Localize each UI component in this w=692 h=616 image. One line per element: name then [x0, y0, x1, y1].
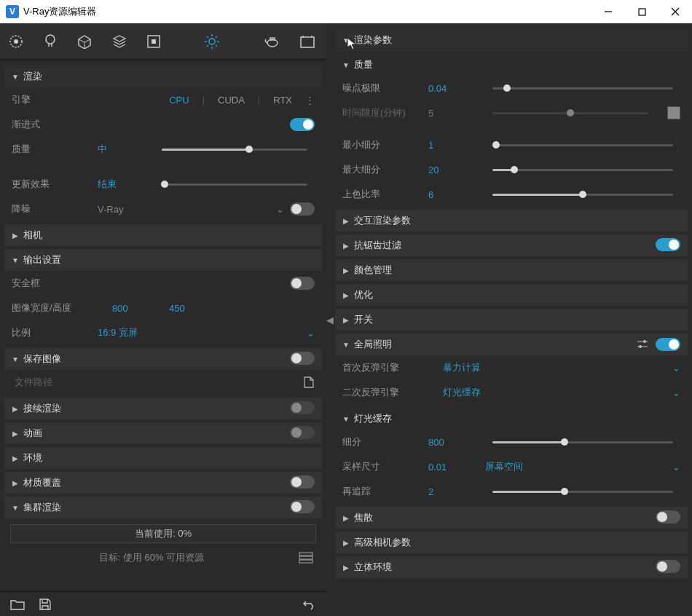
- svg-rect-32: [299, 560, 312, 563]
- window-close-button[interactable]: [658, 0, 692, 23]
- window-title: V-Ray资源编辑器: [23, 5, 591, 18]
- toggle-gi[interactable]: [656, 338, 680, 351]
- section-interactive[interactable]: ▶交互渲染参数: [335, 210, 688, 232]
- section-camera[interactable]: ▶相机: [4, 224, 322, 246]
- ratio-chevron-down-icon[interactable]: ⌄: [307, 328, 315, 339]
- section-light-cache[interactable]: ▼灯光缓存: [335, 408, 688, 430]
- section-color-mgmt[interactable]: ▶颜色管理: [335, 259, 688, 281]
- value-image-width[interactable]: 800: [112, 303, 163, 314]
- section-environment[interactable]: ▶环境: [4, 447, 322, 469]
- left-panel: ◢ ▼渲染 引擎 CPU | CUDA | RTX ⋮ 渐进式: [0, 23, 326, 616]
- section-caustics[interactable]: ▶焦散: [335, 507, 688, 529]
- toggle-caustics[interactable]: [656, 510, 680, 524]
- window-maximize-button[interactable]: [625, 0, 658, 23]
- engine-rtx[interactable]: RTX: [273, 95, 292, 106]
- texture-icon[interactable]: [147, 33, 160, 50]
- svg-rect-30: [299, 553, 312, 556]
- value-quality[interactable]: 中: [98, 143, 149, 156]
- toggle-animation[interactable]: [290, 426, 315, 439]
- second-bounce-chevron-down-icon[interactable]: ⌄: [672, 387, 680, 398]
- section-output-settings[interactable]: ▼输出设置: [4, 249, 322, 271]
- slider-min-subdivs[interactable]: [492, 144, 673, 146]
- settings-icon[interactable]: [204, 33, 220, 50]
- section-adv-camera[interactable]: ▶高级相机参数: [335, 532, 688, 553]
- usage-target-label: 目标: 使用 60% 可用资源: [10, 551, 293, 564]
- value-shading-rate[interactable]: 6: [428, 189, 479, 200]
- section-stereo[interactable]: ▶立体环境: [335, 556, 688, 578]
- panel-collapse-left-icon[interactable]: ◀: [326, 315, 334, 325]
- section-render-params[interactable]: ▼渲染参数: [335, 29, 688, 51]
- server-grid-icon[interactable]: [299, 552, 316, 564]
- slider-noise-limit[interactable]: [492, 87, 673, 90]
- toggle-safe-frame[interactable]: [290, 277, 315, 290]
- value-ratio[interactable]: 16:9 宽屏: [98, 326, 301, 339]
- engine-menu-icon[interactable]: ⋮: [305, 95, 315, 106]
- toggle-stereo[interactable]: [656, 560, 680, 573]
- section-quality[interactable]: ▼质量: [335, 54, 688, 76]
- value-lc-retrace[interactable]: 2: [428, 486, 479, 497]
- value-time-limit: 5: [428, 108, 479, 119]
- render-settings-icon[interactable]: [9, 33, 23, 50]
- slider-update-effect[interactable]: [162, 183, 307, 186]
- toggle-progressive[interactable]: [290, 118, 315, 131]
- value-lc-sample[interactable]: 0.01: [428, 462, 479, 473]
- undo-icon[interactable]: [303, 599, 316, 610]
- slider-shading-rate[interactable]: [492, 194, 673, 196]
- light-icon[interactable]: [44, 33, 57, 50]
- lc-sample-chevron-down-icon[interactable]: ⌄: [672, 462, 680, 473]
- geometry-icon[interactable]: [77, 33, 92, 50]
- vray-logo-icon: V: [6, 5, 19, 18]
- value-noise-limit[interactable]: 0.04: [428, 83, 479, 94]
- section-antialias[interactable]: ▶抗锯齿过滤: [335, 234, 688, 256]
- svg-point-5: [14, 39, 18, 44]
- gi-sliders-icon[interactable]: [637, 339, 648, 350]
- slider-max-subdivs[interactable]: [492, 169, 673, 171]
- close-icon: [671, 7, 680, 16]
- section-swarm[interactable]: ▼集群渲染: [4, 497, 322, 518]
- value-first-bounce[interactable]: 暴力计算: [443, 361, 667, 374]
- slider-lc-retrace[interactable]: [492, 491, 673, 493]
- toggle-antialias[interactable]: [656, 238, 680, 251]
- section-switches[interactable]: ▶开关: [335, 309, 688, 331]
- section-render[interactable]: ▼渲染: [4, 66, 322, 87]
- file-path-input[interactable]: 文件路径: [12, 376, 297, 389]
- section-animation[interactable]: ▶动画: [4, 422, 322, 444]
- save-floppy-icon[interactable]: [39, 599, 51, 610]
- value-update-effect[interactable]: 结束: [98, 178, 149, 191]
- value-max-subdivs[interactable]: 20: [428, 165, 479, 175]
- label-progressive: 渐进式: [12, 118, 92, 131]
- toggle-material-override[interactable]: [290, 475, 315, 489]
- section-optimize[interactable]: ▶优化: [335, 284, 688, 306]
- right-panel: ▼渲染参数 ▼质量 噪点极限 0.04 时间限度(分钟) 5 最小细分 1 最大…: [334, 23, 692, 616]
- toggle-save-image[interactable]: [290, 352, 315, 365]
- maximize-icon: [638, 8, 646, 16]
- teapot-icon[interactable]: [264, 33, 280, 50]
- slider-lc-subdivs[interactable]: [492, 441, 673, 443]
- frame-buffer-icon[interactable]: [300, 33, 315, 50]
- value-second-bounce[interactable]: 灯光缓存: [443, 386, 667, 399]
- svg-marker-13: [114, 36, 125, 42]
- value-lc-sample-mode[interactable]: 屏幕空间: [485, 460, 667, 473]
- file-browse-icon[interactable]: [303, 376, 315, 389]
- section-save-image[interactable]: ▼保存图像: [4, 348, 322, 370]
- slider-quality[interactable]: [162, 149, 307, 151]
- engine-cuda[interactable]: CUDA: [218, 95, 245, 106]
- window-minimize-button[interactable]: [591, 0, 625, 23]
- value-min-subdivs[interactable]: 1: [428, 140, 479, 151]
- toggle-swarm[interactable]: [290, 500, 315, 513]
- section-material-override[interactable]: ▶材质覆盖: [4, 472, 322, 494]
- engine-cpu[interactable]: CPU: [169, 95, 189, 106]
- layers-icon[interactable]: [112, 33, 127, 50]
- svg-point-36: [639, 345, 642, 348]
- toggle-resume-render[interactable]: [290, 401, 315, 414]
- denoise-chevron-down-icon[interactable]: ⌄: [276, 204, 284, 215]
- value-lc-subdivs[interactable]: 800: [428, 437, 479, 448]
- open-folder-icon[interactable]: [10, 599, 25, 610]
- first-bounce-chevron-down-icon[interactable]: ⌄: [672, 363, 680, 374]
- value-denoise[interactable]: V-Ray: [98, 204, 149, 215]
- time-limit-swatch[interactable]: [667, 106, 680, 119]
- toggle-denoise[interactable]: [290, 202, 315, 216]
- section-resume-render[interactable]: ▶接续渲染: [4, 398, 322, 419]
- section-gi[interactable]: ▼全局照明: [335, 333, 688, 355]
- value-image-height[interactable]: 450: [169, 303, 220, 314]
